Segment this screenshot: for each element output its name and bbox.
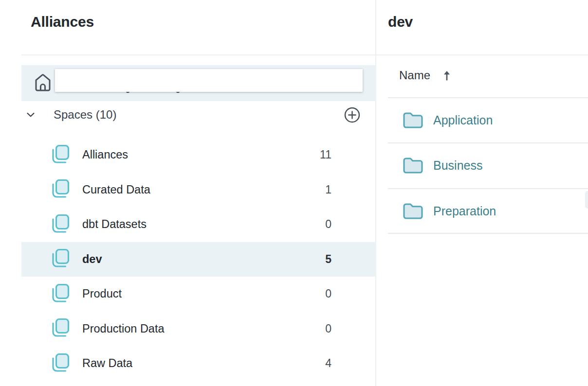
column-label: Name <box>399 69 430 82</box>
redacted-text-overlay <box>55 69 363 92</box>
divider <box>21 54 375 55</box>
sidebar: Alliances Spaces (10) <box>0 0 375 386</box>
divider <box>376 54 588 55</box>
sidebar-title: Alliances <box>31 14 94 30</box>
space-row-curated-data[interactable]: Curated Data 1 <box>21 173 375 208</box>
spaces-list: Alliances 11 Curated Data 1 dbt Datasets <box>21 138 375 381</box>
column-header-name[interactable]: Name <box>399 64 453 87</box>
space-count: 0 <box>325 287 331 300</box>
space-label: Curated Data <box>82 183 150 196</box>
space-row-dev[interactable]: dev 5 <box>21 242 375 277</box>
chevron-down-icon[interactable] <box>24 108 37 121</box>
space-icon <box>50 213 70 236</box>
space-label: dev <box>82 253 102 266</box>
home-icon <box>33 70 53 94</box>
scrollbar-thumb-sliver[interactable] <box>585 191 588 209</box>
space-icon <box>50 144 70 166</box>
folder-row-business[interactable]: Business <box>388 143 588 188</box>
folder-icon <box>402 111 424 129</box>
space-row-alliances[interactable]: Alliances 11 <box>21 138 375 173</box>
space-count: 1 <box>325 183 331 196</box>
space-count: 0 <box>325 322 331 335</box>
folder-link[interactable]: Business <box>433 158 482 173</box>
folder-row-application[interactable]: Application <box>388 98 588 143</box>
folder-icon <box>402 202 424 220</box>
space-row-production-data[interactable]: Production Data 0 <box>21 312 375 347</box>
folder-row-preparation[interactable]: Preparation <box>388 189 588 234</box>
space-icon <box>50 248 70 270</box>
folder-icon <box>402 157 424 175</box>
space-row-dbt-datasets[interactable]: dbt Datasets 0 <box>21 207 375 242</box>
space-count: 0 <box>325 218 331 231</box>
folder-link[interactable]: Preparation <box>433 204 496 218</box>
space-label: Alliances <box>82 148 128 161</box>
arrow-up-icon[interactable] <box>441 69 453 82</box>
spaces-section-label: Spaces (10) <box>54 103 116 126</box>
space-icon <box>50 352 70 375</box>
space-label: Production Data <box>82 322 165 335</box>
home-row[interactable] <box>21 65 375 101</box>
space-icon <box>50 283 70 305</box>
space-row-product[interactable]: Product 0 <box>21 277 375 312</box>
main-panel: dev Name Application <box>376 0 588 386</box>
spaces-section-header[interactable]: Spaces (10) <box>21 103 375 126</box>
space-icon <box>50 178 70 201</box>
folder-link[interactable]: Application <box>433 113 493 127</box>
page-title: dev <box>388 14 413 30</box>
space-label: Product <box>82 287 122 300</box>
space-count: 4 <box>325 357 331 370</box>
add-space-button[interactable] <box>343 106 361 124</box>
space-label: Raw Data <box>82 357 132 370</box>
space-label: dbt Datasets <box>82 218 147 231</box>
space-count: 5 <box>325 253 331 266</box>
space-icon <box>50 317 70 340</box>
space-row-raw-data[interactable]: Raw Data 4 <box>21 346 375 381</box>
space-count: 11 <box>320 148 331 161</box>
